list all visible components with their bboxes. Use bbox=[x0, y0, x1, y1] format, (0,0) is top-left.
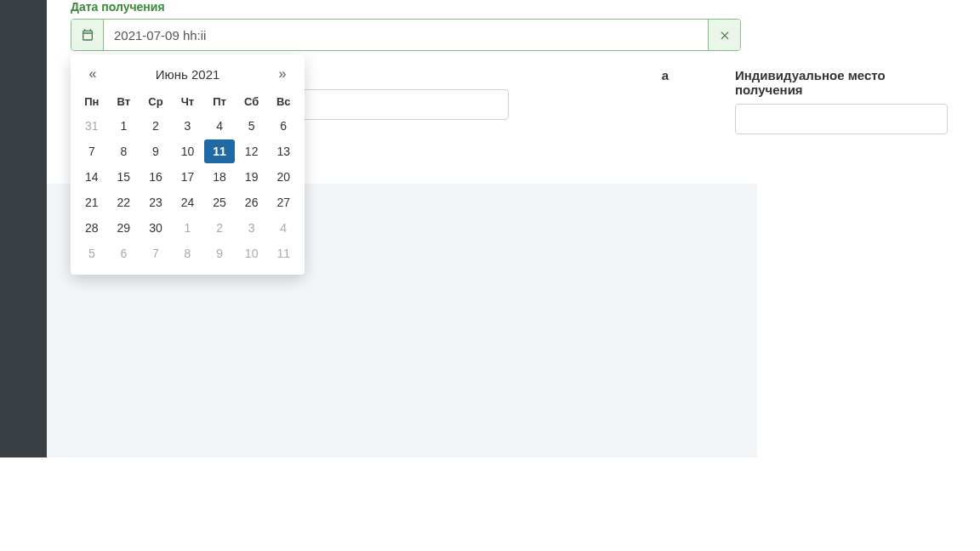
calendar-day[interactable]: 10 bbox=[173, 139, 203, 163]
calendar-day[interactable]: 26 bbox=[236, 190, 267, 214]
datepicker-popup: « Июнь 2021 » ПнВтСрЧтПтСбВс311234567891… bbox=[71, 54, 305, 275]
date-received-label: Дата получения bbox=[71, 0, 956, 14]
calendar-dow: Вс bbox=[267, 90, 299, 113]
calendar-day[interactable]: 19 bbox=[236, 165, 267, 189]
calendar-day[interactable]: 23 bbox=[140, 190, 171, 214]
calendar-day[interactable]: 14 bbox=[77, 165, 107, 189]
calendar-day[interactable]: 1 bbox=[173, 216, 203, 240]
calendar-day[interactable]: 31 bbox=[77, 114, 107, 138]
calendar-day[interactable]: 2 bbox=[140, 114, 171, 138]
calendar-day[interactable]: 27 bbox=[268, 190, 299, 214]
calendar-day[interactable]: 6 bbox=[109, 241, 140, 265]
calendar-day[interactable]: 9 bbox=[140, 139, 171, 163]
calendar-day[interactable]: 11 bbox=[268, 241, 299, 265]
calendar-day[interactable]: 4 bbox=[268, 216, 299, 240]
calendar-day[interactable]: 8 bbox=[109, 139, 140, 163]
calendar-day[interactable]: 28 bbox=[77, 216, 107, 240]
calendar-day[interactable]: 16 bbox=[140, 165, 171, 189]
calendar-day[interactable]: 29 bbox=[109, 216, 140, 240]
calendar-day[interactable]: 5 bbox=[236, 114, 267, 138]
calendar-day[interactable]: 15 bbox=[109, 165, 140, 189]
clear-date-button[interactable] bbox=[708, 20, 740, 50]
calendar-day[interactable]: 24 bbox=[173, 190, 203, 214]
prev-month-button[interactable]: « bbox=[83, 66, 103, 82]
calendar-day[interactable]: 2 bbox=[204, 216, 235, 240]
calendar-day[interactable]: 3 bbox=[173, 114, 203, 138]
calendar-day[interactable]: 3 bbox=[236, 216, 267, 240]
calendar-dow: Чт bbox=[172, 90, 204, 113]
individual-place-label: Индивидуальное место получения bbox=[735, 68, 956, 97]
calendar-day[interactable]: 7 bbox=[77, 139, 107, 163]
calendar-dow: Вт bbox=[108, 90, 140, 113]
calendar-month-title[interactable]: Июнь 2021 bbox=[156, 67, 220, 82]
calendar-day[interactable]: 30 bbox=[140, 216, 171, 240]
calendar-dow: Сб bbox=[236, 90, 268, 113]
calendar-dow: Пт bbox=[203, 90, 236, 113]
sidebar-dark bbox=[0, 0, 47, 457]
calendar-day[interactable]: 9 bbox=[204, 241, 235, 265]
calendar-day[interactable]: 1 bbox=[109, 114, 140, 138]
calendar-day[interactable]: 12 bbox=[236, 139, 267, 163]
individual-place-input[interactable] bbox=[735, 104, 948, 134]
next-month-button[interactable]: » bbox=[272, 66, 293, 82]
calendar-day[interactable]: 22 bbox=[109, 190, 140, 214]
calendar-icon[interactable] bbox=[71, 20, 104, 50]
calendar-day[interactable]: 17 bbox=[173, 165, 203, 189]
calendar-grid: ПнВтСрЧтПтСбВс31123456789101112131415161… bbox=[76, 90, 299, 266]
calendar-day[interactable]: 18 bbox=[204, 165, 235, 189]
calendar-day[interactable]: 6 bbox=[268, 114, 299, 138]
calendar-day[interactable]: 10 bbox=[236, 241, 267, 265]
calendar-dow: Пн bbox=[76, 90, 108, 113]
calendar-day[interactable]: 20 bbox=[268, 165, 299, 189]
calendar-day[interactable]: 21 bbox=[77, 190, 107, 214]
calendar-day[interactable]: 25 bbox=[204, 190, 235, 214]
calendar-day[interactable]: 13 bbox=[268, 139, 299, 163]
date-input-group bbox=[71, 19, 741, 51]
date-received-input[interactable] bbox=[104, 20, 708, 50]
calendar-day[interactable]: 11 bbox=[204, 139, 235, 163]
calendar-day[interactable]: 8 bbox=[173, 241, 203, 265]
calendar-day[interactable]: 5 bbox=[77, 241, 107, 265]
calendar-dow: Ср bbox=[140, 90, 172, 113]
calendar-day[interactable]: 4 bbox=[204, 114, 235, 138]
calendar-day[interactable]: 7 bbox=[140, 241, 171, 265]
